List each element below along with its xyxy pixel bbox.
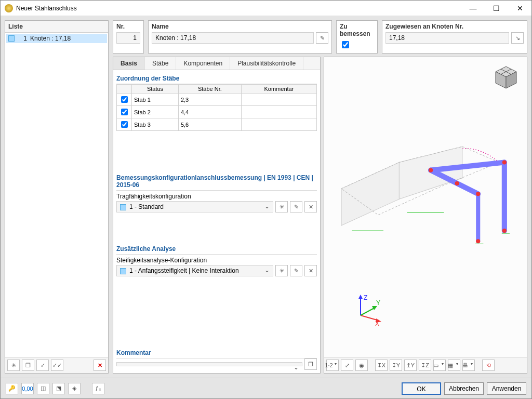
svg-point-16 bbox=[476, 239, 480, 243]
tool3-button[interactable]: ◫ bbox=[37, 383, 49, 394]
config-edit-button[interactable]: ✎ bbox=[290, 201, 302, 212]
tool4-button[interactable]: ⬔ bbox=[52, 383, 65, 394]
tool5-button[interactable]: ◈ bbox=[68, 383, 81, 394]
liste-panel: Liste 1 Knoten : 17,18 ✳ ❐ ✓ ✓✓ ✕ bbox=[5, 20, 109, 374]
zu-bemessen-checkbox[interactable] bbox=[342, 41, 349, 48]
kommentar-library-button[interactable]: ❐ bbox=[304, 358, 317, 370]
vp-print-button[interactable]: 🖶 bbox=[462, 360, 475, 371]
svg-text:Y: Y bbox=[376, 299, 380, 307]
vp-rendering-button[interactable]: ▭ bbox=[433, 360, 446, 371]
vp-view-x-button[interactable]: ↧X bbox=[375, 360, 388, 371]
svg-line-28 bbox=[361, 308, 375, 315]
vp-view-z-button[interactable]: ↧Z bbox=[419, 360, 431, 371]
bemessung-sub: Tragfähigkeitskonfiguration bbox=[116, 191, 317, 201]
maximize-button[interactable]: ☐ bbox=[485, 1, 508, 16]
kommentar-title: Kommentar bbox=[116, 348, 317, 358]
app-icon bbox=[5, 4, 13, 12]
col-status: Status bbox=[132, 85, 179, 94]
vp-expand-button[interactable]: ⤢ bbox=[341, 360, 353, 371]
row-checkbox[interactable] bbox=[121, 96, 128, 103]
svg-point-13 bbox=[502, 160, 507, 164]
stiff-new-button[interactable]: ✳ bbox=[275, 265, 288, 276]
svg-point-12 bbox=[429, 168, 433, 172]
bemessung-title: Bemessungskonfigurationlanschlussbemessu… bbox=[116, 172, 317, 191]
list-item-swatch bbox=[8, 35, 15, 42]
row-checkbox[interactable] bbox=[121, 109, 128, 115]
list-item-label: Knoten : 17,18 bbox=[30, 35, 71, 42]
zugewiesen-label: Zugewiesen an Knoten Nr. bbox=[385, 23, 524, 30]
svg-marker-29 bbox=[372, 306, 377, 310]
tab-staebe[interactable]: Stäbe bbox=[145, 57, 176, 70]
table-row[interactable]: Stab 3 5,6 bbox=[117, 118, 317, 131]
row-checkbox[interactable] bbox=[121, 121, 128, 128]
stiff-edit-button[interactable]: ✎ bbox=[290, 265, 302, 276]
minimize-button[interactable]: — bbox=[461, 1, 485, 16]
tab-plausibilitaet[interactable]: Plausibilitätskontrolle bbox=[230, 57, 303, 70]
script-button[interactable]: ƒₓ bbox=[92, 383, 104, 394]
vp-view-y-button[interactable]: ↧Y bbox=[390, 360, 402, 371]
name-input[interactable]: Knoten : 17,18 bbox=[152, 32, 314, 44]
help-button[interactable]: 🔑 bbox=[6, 383, 18, 394]
vp-view-negy-button[interactable]: ↥Y bbox=[404, 360, 417, 371]
viewport-3d[interactable]: Z X Y 1∙2 ⤢ ◉ ↧X bbox=[324, 57, 527, 374]
kommentar-combo[interactable] bbox=[116, 362, 302, 366]
axes-triad-icon: Z X Y bbox=[350, 295, 381, 326]
cancel-button[interactable]: Abbrechen bbox=[444, 382, 484, 395]
vp-visibility-button[interactable]: ◉ bbox=[355, 360, 368, 371]
apply-button[interactable]: Anwenden bbox=[487, 382, 526, 395]
zusatz-title: Zusätzliche Analyse bbox=[116, 244, 317, 255]
svg-marker-5 bbox=[341, 162, 399, 225]
table-row[interactable]: Stab 1 2,3 bbox=[117, 94, 317, 106]
tab-komponenten[interactable]: Komponenten bbox=[176, 57, 230, 70]
list-item-num: 1 bbox=[18, 35, 27, 42]
zugewiesen-input[interactable]: 17,18 bbox=[385, 32, 509, 44]
vp-numbering-button[interactable]: 1∙2 bbox=[326, 360, 339, 371]
nr-label: Nr. bbox=[116, 23, 140, 30]
config-new-button[interactable]: ✳ bbox=[275, 201, 288, 212]
table-row[interactable]: Stab 2 4,4 bbox=[117, 106, 317, 118]
pick-nodes-button[interactable]: ↘ bbox=[511, 32, 524, 44]
delete-button[interactable]: ✕ bbox=[94, 360, 106, 371]
liste-header: Liste bbox=[5, 21, 108, 33]
config-delete-button[interactable]: ✕ bbox=[304, 201, 317, 212]
check-one-button[interactable]: ✓ bbox=[36, 360, 49, 371]
new-button[interactable]: ✳ bbox=[7, 360, 20, 371]
copy-button[interactable]: ❐ bbox=[22, 360, 34, 371]
zu-bemessen-box: Zu bemessen bbox=[336, 20, 378, 54]
name-box: Name Knoten : 17,18 ✎ bbox=[148, 20, 332, 54]
tab-basis[interactable]: Basis bbox=[113, 57, 145, 70]
svg-point-17 bbox=[455, 181, 459, 185]
titlebar: Neuer Stahlanschluss — ☐ ✕ bbox=[1, 1, 531, 16]
svg-text:X: X bbox=[375, 320, 379, 326]
svg-text:Z: Z bbox=[364, 295, 367, 301]
units-button[interactable]: 0,00 bbox=[21, 383, 34, 394]
steifigkeit-combo[interactable]: 1 - Anfangssteifigkeit | Keine Interakti… bbox=[116, 265, 273, 276]
nr-box: Nr. 1 bbox=[113, 20, 144, 54]
zugewiesen-box: Zugewiesen an Knoten Nr. 17,18 ↘ bbox=[382, 20, 527, 54]
svg-marker-23 bbox=[358, 295, 363, 299]
ok-button[interactable]: OK bbox=[402, 382, 441, 395]
check-all-button[interactable]: ✓✓ bbox=[51, 360, 63, 371]
tab-bar: Basis Stäbe Komponenten Plausibilitätsko… bbox=[113, 57, 320, 70]
nr-value: 1 bbox=[116, 32, 140, 44]
zusatz-sub: Steifigkeitsanalyse-Konfiguration bbox=[116, 255, 317, 265]
navcube-icon[interactable] bbox=[490, 62, 522, 91]
name-label: Name bbox=[152, 23, 328, 30]
col-nr: Stäbe Nr. bbox=[178, 85, 241, 94]
window-title: Neuer Stahlanschluss bbox=[16, 5, 461, 12]
zu-bemessen-label: Zu bemessen bbox=[340, 23, 374, 37]
list-item[interactable]: 1 Knoten : 17,18 bbox=[6, 34, 107, 43]
tragfaehigkeit-combo[interactable]: 1 - Standard bbox=[116, 201, 273, 212]
stiff-delete-button[interactable]: ✕ bbox=[304, 265, 317, 276]
col-kommentar: Kommentar bbox=[241, 85, 316, 94]
staebe-table: Status Stäbe Nr. Kommentar Stab 1 2,3 bbox=[116, 84, 317, 131]
svg-point-15 bbox=[502, 229, 507, 233]
svg-point-14 bbox=[476, 192, 480, 196]
edit-name-button[interactable]: ✎ bbox=[316, 32, 328, 44]
vp-box-button[interactable]: ▦ bbox=[448, 360, 460, 371]
close-button[interactable]: ✕ bbox=[508, 1, 531, 16]
zuordnung-title: Zuordnung der Stäbe bbox=[116, 73, 317, 84]
vp-reset-button[interactable]: ⟲ bbox=[482, 360, 495, 371]
